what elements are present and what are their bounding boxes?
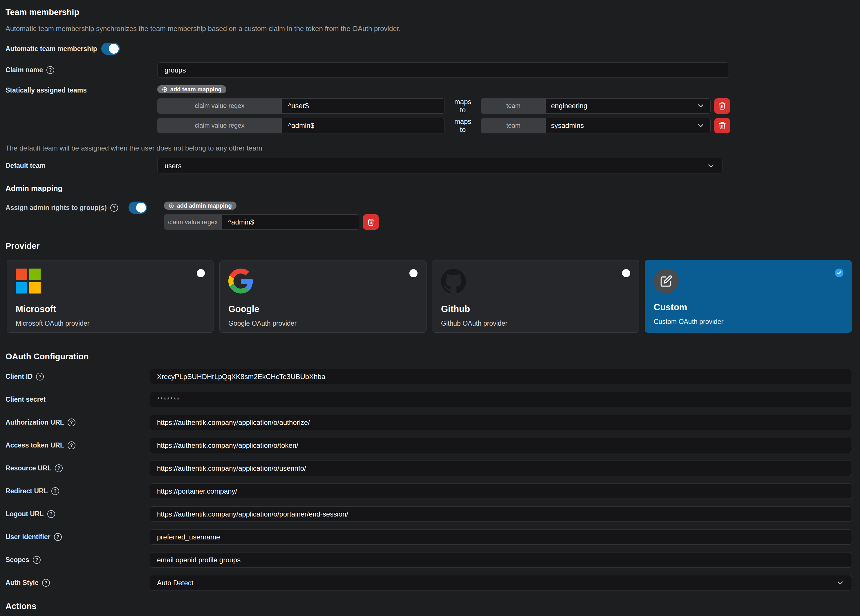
- delete-team-mapping-button[interactable]: [714, 98, 730, 114]
- plus-circle-icon: [169, 203, 174, 208]
- help-icon[interactable]: ?: [54, 533, 62, 541]
- access-token-url-row: Access token URL ?: [6, 437, 852, 453]
- help-icon[interactable]: ?: [51, 487, 59, 495]
- user-identifier-input[interactable]: [150, 529, 852, 545]
- provider-radio[interactable]: [410, 269, 417, 277]
- delete-admin-mapping-button[interactable]: [363, 214, 379, 230]
- provider-card-google[interactable]: Google Google OAuth provider: [219, 260, 427, 333]
- scopes-row: Scopes ?: [6, 552, 852, 567]
- provider-cards: Microsoft Microsoft OAuth provider Googl…: [7, 260, 852, 333]
- provider-card-microsoft[interactable]: Microsoft Microsoft OAuth provider: [7, 260, 214, 333]
- admin-claim-regex-input[interactable]: [222, 215, 359, 229]
- automatic-team-membership-row: Automatic team membership: [6, 42, 852, 55]
- scopes-input[interactable]: [150, 552, 852, 567]
- maps-to-label: maps to: [451, 118, 474, 134]
- default-team-select[interactable]: users: [157, 158, 722, 174]
- help-icon[interactable]: ?: [36, 373, 44, 381]
- oauth-configuration-title: OAuth Configuration: [6, 352, 852, 361]
- admin-mapping-title: Admin mapping: [6, 184, 852, 193]
- default-team-row: Default team users: [6, 158, 852, 174]
- access-token-url-label: Access token URL: [6, 441, 64, 449]
- claim-value-regex-addon: claim value regex: [164, 215, 222, 229]
- claim-regex-input[interactable]: [282, 118, 444, 133]
- help-icon[interactable]: ?: [46, 66, 54, 74]
- claim-name-input[interactable]: [157, 62, 729, 78]
- admin-mappings-area: add admin mapping claim value regex: [164, 202, 379, 230]
- team-select[interactable]: sysadmins: [546, 118, 710, 133]
- redirect-url-input[interactable]: [150, 483, 852, 499]
- statically-assigned-teams-row: Statically assigned teams add team mappi…: [6, 85, 852, 137]
- microsoft-logo: [16, 268, 41, 293]
- provider-title: Provider: [6, 241, 852, 251]
- help-icon[interactable]: ?: [47, 510, 55, 518]
- chevron-down-icon: [706, 161, 715, 170]
- provider-card-custom[interactable]: Custom Custom OAuth provider: [645, 260, 852, 333]
- auth-style-label: Auth Style: [6, 579, 39, 587]
- client-secret-row: Client secret: [6, 392, 852, 407]
- help-icon[interactable]: ?: [42, 579, 50, 587]
- claim-regex-input[interactable]: [282, 99, 444, 113]
- team-mappings-area: add team mapping claim value regex maps …: [157, 85, 730, 137]
- help-icon[interactable]: ?: [33, 556, 41, 564]
- provider-card-github[interactable]: Github Github OAuth provider: [432, 260, 639, 333]
- provider-radio[interactable]: [622, 269, 630, 277]
- redirect-url-row: Redirect URL ?: [6, 483, 852, 499]
- default-team-hint: The default team will be assigned when t…: [6, 144, 852, 152]
- provider-card-title: Microsoft: [16, 304, 205, 314]
- help-icon[interactable]: ?: [67, 419, 75, 426]
- resource-url-input[interactable]: [150, 461, 852, 476]
- logout-url-input[interactable]: [150, 506, 852, 522]
- provider-card-description: Google OAuth provider: [228, 320, 417, 328]
- team-select-group: team engineering: [481, 98, 711, 114]
- resource-url-label: Resource URL: [6, 464, 51, 472]
- claim-name-label: Claim name: [6, 66, 43, 74]
- resource-url-row: Resource URL ?: [6, 461, 852, 476]
- delete-team-mapping-button[interactable]: [714, 118, 730, 133]
- claim-name-row: Claim name ?: [6, 62, 852, 78]
- authorization-url-input[interactable]: [150, 415, 852, 430]
- default-team-label: Default team: [6, 162, 46, 170]
- help-icon[interactable]: ?: [67, 441, 75, 449]
- logout-url-label: Logout URL: [6, 510, 44, 518]
- provider-card-description: Custom OAuth provider: [654, 318, 843, 326]
- auth-style-row: Auth Style ? Auto Detect: [6, 575, 852, 591]
- add-admin-mapping-button[interactable]: add admin mapping: [164, 202, 237, 210]
- client-id-input[interactable]: [150, 369, 852, 384]
- team-select-group: team sysadmins: [481, 118, 711, 133]
- add-team-mapping-button[interactable]: add team mapping: [157, 85, 226, 93]
- provider-card-title: Google: [228, 304, 417, 314]
- client-id-label: Client ID: [6, 373, 33, 381]
- help-icon[interactable]: ?: [110, 204, 118, 212]
- authorization-url-row: Authorization URL ?: [6, 415, 852, 430]
- auth-style-select[interactable]: Auto Detect: [150, 575, 852, 591]
- assign-admin-rights-row: Assign admin rights to group(s) ? add ad…: [6, 202, 852, 230]
- trash-icon: [718, 102, 726, 110]
- access-token-url-input[interactable]: [150, 437, 852, 453]
- statically-assigned-teams-label: Statically assigned teams: [6, 86, 87, 94]
- provider-radio[interactable]: [197, 269, 205, 277]
- assign-admin-rights-toggle[interactable]: [129, 202, 147, 214]
- client-secret-label: Client secret: [6, 396, 46, 403]
- assign-admin-rights-label: Assign admin rights to group(s): [6, 204, 107, 212]
- automatic-team-membership-label: Automatic team membership: [6, 45, 97, 53]
- team-select[interactable]: engineering: [546, 99, 710, 113]
- claim-value-regex-addon: claim value regex: [157, 99, 282, 113]
- provider-card-description: Microsoft OAuth provider: [16, 320, 205, 328]
- team-mapping-row: claim value regex maps to team sysadmins: [157, 118, 730, 134]
- team-addon: team: [481, 99, 546, 113]
- provider-card-description: Github OAuth provider: [441, 320, 630, 328]
- team-addon: team: [481, 118, 546, 133]
- claim-regex-group: claim value regex: [157, 98, 445, 114]
- automatic-team-membership-toggle[interactable]: [101, 42, 120, 55]
- help-icon[interactable]: ?: [55, 464, 63, 472]
- admin-mapping-row: claim value regex: [164, 214, 379, 230]
- client-secret-input[interactable]: [150, 392, 852, 407]
- user-identifier-label: User identifier: [6, 533, 50, 541]
- claim-regex-group: claim value regex: [164, 214, 359, 230]
- redirect-url-label: Redirect URL: [6, 487, 48, 495]
- toggle-knob: [109, 44, 119, 54]
- google-logo: [228, 268, 253, 293]
- chevron-down-icon: [836, 578, 844, 587]
- trash-icon: [718, 122, 726, 130]
- selected-check-icon: [835, 268, 843, 277]
